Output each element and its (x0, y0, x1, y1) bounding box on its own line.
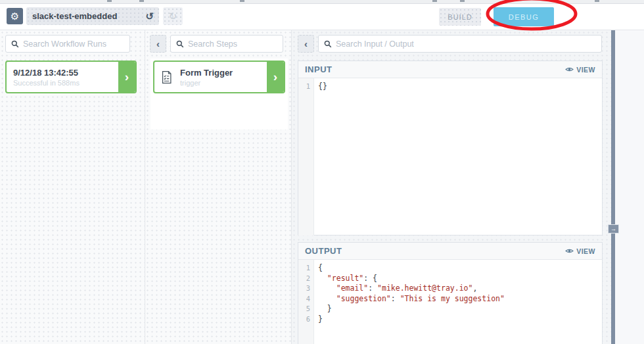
input-code-editor[interactable]: 1 {} (298, 78, 602, 235)
runs-search-input[interactable] (23, 39, 124, 49)
line-number: 4 (298, 294, 310, 305)
chevron-left-icon: ‹ (156, 38, 160, 49)
toolbar: ⚙ slack-test-embedded ↺ ↻ BUILD DEBUG (0, 4, 644, 30)
redo-button[interactable]: ↻ (163, 7, 183, 25)
code-area: {} (314, 78, 602, 235)
output-title: OUTPUT (305, 246, 342, 256)
line-number: 6 (298, 314, 310, 325)
line-number: 2 (298, 274, 310, 284)
settings-button[interactable]: ⚙ (7, 8, 23, 24)
debug-button[interactable]: DEBUG (494, 7, 554, 26)
edge-mark (139, 0, 144, 2)
code-line: "suggestion": "This is my suggestion" (318, 294, 602, 305)
edge-mark (432, 0, 437, 2)
step-title: Form Trigger (180, 68, 267, 78)
search-icon (176, 40, 184, 48)
chevron-right-icon[interactable]: › (118, 62, 135, 92)
chevron-left-icon: ‹ (304, 38, 308, 49)
output-section: OUTPUT VIEW 123456 { "result": { "email"… (298, 242, 603, 344)
step-card[interactable]: Form Trigger trigger › (153, 61, 285, 93)
io-panel: ‹ INPUT VIEW 1 {} OUTPUT (292, 30, 611, 344)
run-card-body: 9/12/18 13:42:55 Successful in 588ms (7, 62, 118, 92)
io-back-button[interactable]: ‹ (298, 35, 314, 53)
search-icon (11, 40, 19, 48)
workflow-title-field[interactable]: slack-test-embedded ↺ (26, 7, 159, 25)
io-search (318, 35, 602, 53)
steps-back-button[interactable]: ‹ (150, 35, 166, 53)
code-line: } (318, 304, 602, 314)
line-number: 1 (298, 82, 310, 92)
output-header: OUTPUT VIEW (298, 243, 602, 260)
chevron-right-icon[interactable]: › (267, 62, 284, 92)
view-label: VIEW (576, 247, 595, 255)
run-status: Successful in 588ms (13, 79, 118, 87)
workflow-title: slack-test-embedded (32, 11, 117, 21)
workflow-runs-panel: 9/12/18 13:42:55 Successful in 588ms › (0, 30, 145, 344)
view-label: VIEW (576, 66, 595, 74)
output-view-button[interactable]: VIEW (565, 247, 595, 255)
arrow-right-icon: → (610, 226, 616, 232)
line-number: 1 (298, 263, 310, 274)
runs-search (5, 35, 130, 53)
input-section: INPUT VIEW 1 {} (298, 61, 603, 235)
input-view-button[interactable]: VIEW (565, 66, 595, 74)
steps-panel: ‹ Form Trigger trigger › (145, 30, 292, 344)
edge-mark (460, 0, 465, 2)
line-number-gutter: 123456 (298, 260, 314, 344)
line-number: 5 (298, 304, 310, 314)
build-button[interactable]: BUILD (439, 8, 481, 26)
divider-handle[interactable]: → (608, 224, 619, 233)
step-card-body: Form Trigger trigger (172, 62, 267, 92)
code-line: {} (318, 82, 602, 92)
step-subtitle: trigger (180, 79, 267, 87)
input-header: INPUT VIEW (298, 61, 602, 78)
line-number: 3 (298, 283, 310, 294)
output-code-editor[interactable]: 123456 { "result": { "email": "mike.hewi… (298, 260, 602, 344)
code-line: { (318, 263, 602, 274)
panel-resize-divider[interactable]: → (611, 30, 615, 344)
eye-icon (565, 66, 574, 72)
form-document-icon (161, 70, 172, 84)
eye-icon (565, 248, 574, 254)
code-line: "result": { (318, 274, 602, 284)
search-icon (324, 40, 332, 48)
run-timestamp: 9/12/18 13:42:55 (13, 68, 118, 78)
workflow-debug-view: ⚙ slack-test-embedded ↺ ↻ BUILD DEBUG 9/… (0, 0, 644, 344)
edge-mark (240, 0, 244, 2)
undo-icon[interactable]: ↺ (145, 7, 154, 25)
steps-search (170, 35, 283, 53)
code-line: "email": "mike.hewitt@tray.io", (318, 283, 602, 294)
line-number-gutter: 1 (298, 78, 314, 235)
steps-search-input[interactable] (188, 39, 277, 49)
page-background (615, 30, 644, 344)
workflow-run-card[interactable]: 9/12/18 13:42:55 Successful in 588ms › (5, 61, 137, 93)
redo-icon: ↻ (169, 11, 177, 22)
io-search-input[interactable] (336, 39, 596, 49)
code-line: } (318, 314, 602, 325)
code-area: { "result": { "email": "mike.hewitt@tray… (314, 260, 602, 344)
edge-mark (595, 0, 599, 2)
edge-mark (107, 0, 112, 2)
gear-icon: ⚙ (11, 11, 19, 22)
input-title: INPUT (305, 64, 333, 74)
